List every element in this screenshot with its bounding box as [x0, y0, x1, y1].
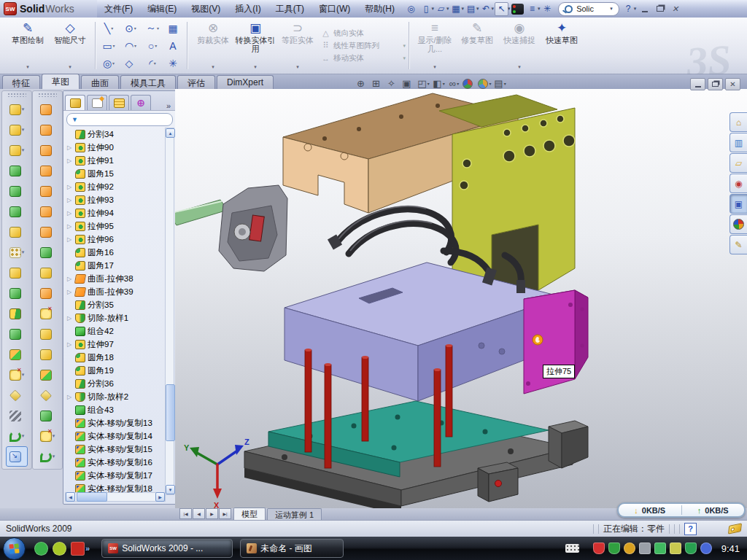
volume-icon[interactable] [639, 542, 651, 554]
document-close-button[interactable]: ✕ [725, 78, 740, 90]
network-warning-icon[interactable] [670, 542, 681, 554]
quick-tips-icon[interactable]: ✳ [541, 3, 554, 15]
open-folder-icon[interactable]: ▱ [435, 3, 447, 15]
tree-item[interactable]: ▷ 拉伸94 [65, 206, 164, 219]
media-player-icon[interactable] [700, 542, 712, 554]
edit-appearance-icon[interactable]: ● ▾ [462, 77, 476, 90]
extend-surface-icon[interactable]: ▾ [36, 283, 58, 303]
tab-dimxpert[interactable]: DimXpert [217, 75, 274, 89]
undo-icon[interactable]: ↶ [480, 3, 492, 15]
dropdown-arrow-icon[interactable]: ▾ [492, 6, 495, 12]
last-tab-icon[interactable]: ▶| [219, 508, 231, 519]
split-body-icon[interactable]: ▾ [6, 303, 28, 324]
dropdown-arrow-icon[interactable]: ▾ [22, 106, 25, 112]
dropdown-arrow-icon[interactable]: ▾ [504, 81, 506, 86]
tree-item[interactable]: ▷ 实体-移动/复制16 [65, 456, 164, 469]
linear-pattern-icon[interactable]: ▾ [6, 242, 28, 262]
tree-item[interactable]: ▷ 曲面-拉伸38 [65, 272, 164, 285]
toolbar-grip[interactable] [7, 93, 26, 97]
circle-icon[interactable]: ⊙▾ [120, 20, 142, 37]
scroll-right-icon[interactable]: ▶ [155, 492, 165, 502]
menu-window[interactable]: 窗口(W) [311, 3, 357, 15]
tree-item[interactable]: ▷ 组合42 [65, 324, 164, 338]
tree-item[interactable]: ▷ 拉伸96 [65, 233, 164, 246]
offset-surface-icon[interactable]: ▾ [36, 201, 58, 222]
tree-item[interactable]: ▷ 实体-移动/复制14 [65, 429, 164, 443]
tag-icon[interactable] [728, 523, 742, 534]
sketch-draw-button[interactable]: ✎ 草图绘制 ▾ [7, 20, 48, 72]
toolbar-grip[interactable] [38, 93, 57, 97]
media-center-icon[interactable] [53, 542, 66, 556]
scroll-down-icon[interactable]: ▼ [166, 485, 175, 494]
wrap-icon[interactable]: ▾ [6, 222, 28, 242]
sketch-text-icon[interactable]: A▾ [163, 37, 185, 55]
tree-item[interactable]: ▷ 拉伸90 [65, 141, 164, 154]
first-tab-icon[interactable]: |◀ [179, 508, 192, 519]
ellipse-icon[interactable]: ○▾ [142, 37, 163, 55]
expand-arrow-icon[interactable]: ▷ [67, 223, 73, 230]
curve-through-points-icon[interactable]: ▾ [36, 446, 58, 467]
delete-face-icon[interactable]: ▾ [36, 426, 58, 446]
scrollbar-thumb[interactable] [77, 492, 107, 502]
delete-hole-icon[interactable]: ▾ [36, 303, 58, 324]
quick-launch-overflow-icon[interactable]: » [85, 544, 90, 553]
expand-arrow-icon[interactable]: ▷ [67, 210, 73, 217]
dropdown-arrow-icon[interactable]: ▾ [296, 64, 299, 71]
dropdown-arrow-icon[interactable]: ▾ [53, 454, 55, 459]
document-minimize-button[interactable] [690, 78, 705, 90]
linear-sketch-pattern-button[interactable]: ⠿ 线性草图阵列 ▾ [321, 41, 407, 51]
delete-body-icon[interactable]: ▾ [6, 365, 28, 385]
swept-surface-icon[interactable]: ▾ [36, 99, 58, 120]
print-icon[interactable]: ▤ [465, 3, 477, 15]
extruded-surface-icon[interactable]: ▾ [36, 140, 58, 160]
dropdown-arrow-icon[interactable]: ▾ [22, 372, 25, 378]
keyboard-layout-icon[interactable] [565, 544, 579, 553]
freeform-icon[interactable]: ▾ [36, 242, 58, 262]
tab-evaluate[interactable]: 评估 [177, 75, 215, 89]
new-document-icon[interactable]: ▯ [420, 3, 433, 15]
view-palette-icon[interactable]: ▣ [729, 194, 747, 214]
slot-icon[interactable]: ◎▾ [98, 55, 120, 72]
restore-button[interactable] [653, 4, 667, 15]
zoom-to-area-icon[interactable]: ⊞ ▾ [371, 77, 384, 90]
trim-surface-icon[interactable]: ▾ [36, 365, 58, 385]
dropdown-arrow-icon[interactable]: ▾ [154, 61, 156, 66]
tree-item[interactable]: ▷ 拉伸93 [65, 193, 164, 206]
dropdown-arrow-icon[interactable]: ▾ [403, 55, 407, 61]
point-icon[interactable]: ✳▾ [163, 55, 185, 72]
dropdown-arrow-icon[interactable]: ▾ [254, 64, 257, 71]
section-view-icon[interactable]: ▣ ▾ [401, 77, 415, 90]
zoom-to-fit-icon[interactable]: ⊕ ▾ [355, 77, 369, 90]
expand-arrow-icon[interactable]: ▷ [67, 144, 73, 151]
tree-item[interactable]: ▷ 分割35 [65, 298, 164, 311]
expand-arrow-icon[interactable]: ▷ [67, 289, 73, 295]
expand-arrow-icon[interactable]: ▷ [67, 158, 73, 164]
select-arrow-icon[interactable]: ↖ [495, 2, 508, 16]
instant3d-icon[interactable]: ▾ [6, 446, 28, 467]
quick-snaps-button[interactable]: ◉ 快速捕捉 ▾ [499, 20, 540, 72]
thicken-icon[interactable]: ▾ [36, 262, 58, 283]
rib-icon[interactable]: ▾ [6, 262, 28, 283]
dropdown-arrow-icon[interactable]: ▾ [22, 147, 25, 153]
clamp-unit-part[interactable] [219, 185, 287, 271]
tree-item[interactable]: ▷ 实体-移动/复制13 [65, 416, 164, 429]
dropdown-arrow-icon[interactable]: ▾ [157, 26, 159, 31]
close-button[interactable]: ✕ [668, 4, 682, 15]
filled-surface-icon[interactable]: ▾ [36, 405, 58, 426]
dropdown-arrow-icon[interactable]: ▾ [53, 433, 55, 439]
quick-tip-help-button[interactable]: ? [684, 523, 697, 535]
tree-item[interactable]: ▷ 曲面-拉伸39 [65, 285, 164, 298]
convert-entities-button[interactable]: ▣ 转换实体引用 ▾ [235, 20, 276, 72]
file-explorer-icon[interactable]: ▱ [729, 153, 747, 173]
dropdown-arrow-icon[interactable]: ▾ [111, 26, 113, 31]
dropdown-arrow-icon[interactable]: ▾ [518, 64, 521, 71]
dropdown-arrow-icon[interactable]: ▾ [26, 64, 29, 71]
planar-surface-icon[interactable]: ▾ [36, 222, 58, 242]
replace-face-icon[interactable]: ▾ [36, 324, 58, 344]
revolved-surface-icon[interactable]: ▾ [36, 120, 58, 140]
tree-item[interactable]: ▷ 分割36 [65, 377, 164, 390]
options-icon[interactable]: ≡ [526, 3, 538, 15]
menu-help[interactable]: 帮助(H) [357, 3, 402, 15]
tab-surfaces[interactable]: 曲面 [81, 75, 119, 89]
search-box[interactable]: ▾ [558, 2, 619, 16]
